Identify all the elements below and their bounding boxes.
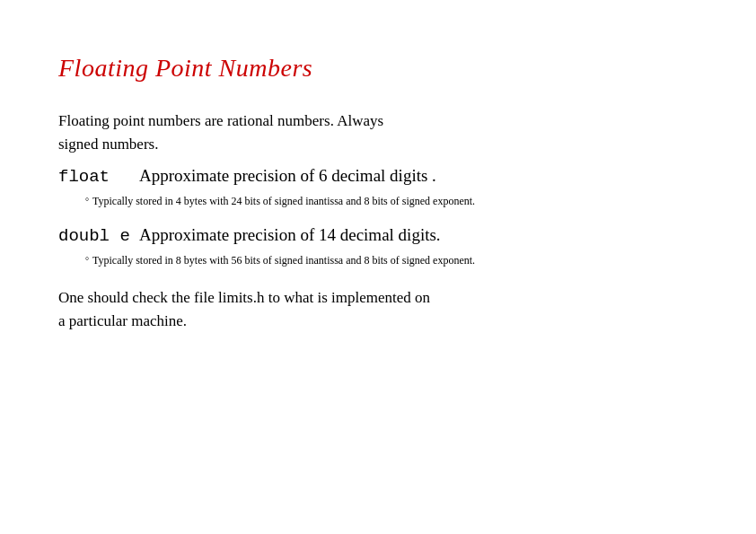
double-bullet-text: Typically stored in 8 bytes with 56 bits…: [92, 254, 475, 267]
intro-line1: Floating point numbers are rational numb…: [58, 109, 698, 133]
double-type-line: doubl e Approximate precision of 14 deci…: [58, 223, 698, 249]
intro-paragraph: Floating point numbers are rational numb…: [58, 109, 698, 155]
double-type-desc: Approximate precision of 14 decimal digi…: [139, 223, 441, 248]
page-title: Floating Point Numbers: [58, 54, 698, 83]
double-type-name: doubl e: [58, 224, 139, 249]
closing-paragraph: One should check the file limits.h to wh…: [58, 286, 698, 332]
content-area: Floating point numbers are rational numb…: [58, 109, 698, 332]
double-bullet-symbol: °: [85, 256, 89, 266]
float-type-line: float Approximate precision of 6 decimal…: [58, 164, 698, 189]
page-container: Floating Point Numbers Floating point nu…: [0, 0, 756, 534]
closing-line1: One should check the file limits.h to wh…: [58, 286, 698, 310]
float-type-name: float: [58, 165, 139, 189]
double-bullet: °Typically stored in 8 bytes with 56 bit…: [85, 252, 698, 269]
float-bullet: °Typically stored in 4 bytes with 24 bit…: [85, 193, 698, 210]
intro-line2: signed numbers.: [58, 133, 698, 156]
closing-line2: a particular machine.: [58, 310, 698, 333]
float-bullet-symbol: °: [85, 197, 89, 206]
float-bullet-text: Typically stored in 4 bytes with 24 bits…: [92, 195, 475, 207]
float-type-desc: Approximate precision of 6 decimal digit…: [139, 164, 436, 188]
